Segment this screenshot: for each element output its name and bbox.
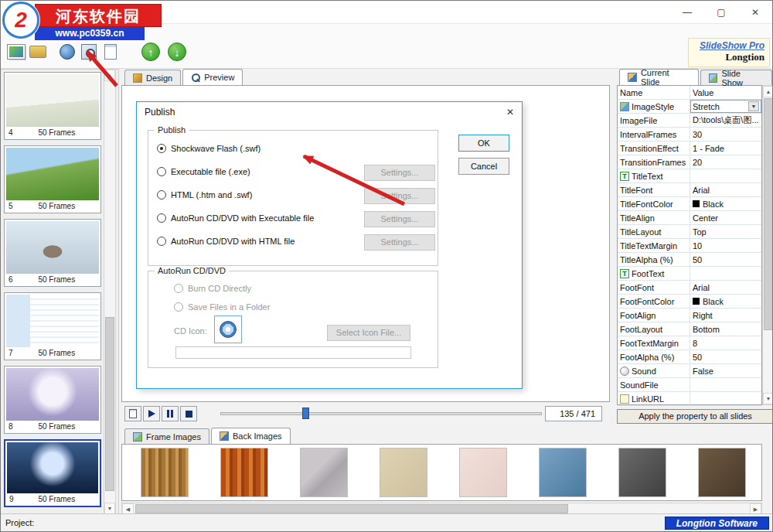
property-row[interactable]: FootAlignRight [618, 309, 761, 322]
document-button[interactable] [124, 406, 141, 421]
tab-slide-show[interactable]: Slide Show [700, 70, 772, 85]
property-row[interactable]: TitleAlpha (%)50 [618, 253, 761, 267]
texture-thumbnail[interactable] [220, 448, 268, 497]
tab-preview[interactable]: Preview [182, 69, 243, 85]
texture-image [221, 448, 267, 496]
radio-html[interactable]: HTML (.htm and .swf) [157, 190, 252, 200]
scrollbar-thumb[interactable] [105, 317, 114, 491]
frame-images-icon [133, 432, 142, 442]
property-row[interactable]: TitleFontArial [618, 183, 761, 197]
slides-scrollbar[interactable]: ▲ ▼ [104, 69, 116, 515]
text-icon: T [620, 269, 629, 278]
imagestyle-combobox[interactable]: Stretch▼ [690, 100, 761, 113]
property-row[interactable]: TitleLayoutTop [618, 225, 761, 239]
dropdown-arrow-icon[interactable]: ▼ [748, 101, 759, 111]
tab-back-images[interactable]: Back Images [211, 428, 291, 444]
radio-executable-file[interactable]: Executable file (.exe) [157, 167, 250, 176]
pause-button[interactable] [162, 406, 179, 421]
property-row[interactable]: TTitleText [618, 169, 761, 183]
cancel-button[interactable]: Cancel [458, 158, 509, 175]
texture-thumbnail[interactable] [141, 448, 189, 497]
scroll-up-icon[interactable]: ▲ [104, 70, 115, 81]
texture-thumbnail[interactable] [698, 448, 746, 497]
property-row[interactable]: FootTextMargin8 [618, 336, 761, 350]
scroll-right-icon[interactable]: ▶ [750, 503, 761, 514]
property-row[interactable]: FootFontArial [618, 281, 761, 295]
minimize-button[interactable]: — [670, 1, 704, 24]
property-row[interactable]: ImageFileD:\tools\桌面\图... [618, 114, 761, 128]
property-row[interactable]: SoundFile [618, 378, 761, 392]
design-icon [133, 73, 142, 83]
property-row[interactable]: TitleFontColorBlack [618, 197, 761, 211]
dialog-close-icon[interactable]: ✕ [503, 105, 517, 119]
slide-thumbnail-9[interactable]: 950 Frames [4, 439, 101, 507]
settings-button-exe[interactable]: Settings... [364, 165, 435, 181]
property-row[interactable]: IntervalFrames30 [618, 128, 761, 142]
slide-frames-label: 50 Frames [13, 275, 100, 285]
select-icon-file-button[interactable]: Select Icon File... [327, 325, 410, 341]
property-row[interactable]: TitleAlignCenter [618, 211, 761, 225]
stop-button[interactable] [180, 406, 197, 421]
property-row[interactable]: TitleTextMargin10 [618, 239, 761, 253]
slider-track[interactable] [220, 412, 542, 415]
texture-thumbnail[interactable] [459, 448, 507, 497]
settings-button-autorun-html[interactable]: Settings... [364, 234, 435, 251]
scroll-left-icon[interactable]: ◀ [122, 503, 134, 514]
radio-save-folder[interactable]: Save Files in a Folder [174, 302, 270, 312]
slide-thumbnail-5[interactable]: 550 Frames [4, 145, 101, 213]
texture-image [380, 448, 427, 496]
images-tabs: Frame Images Back Images [124, 428, 291, 444]
footer-brand: Longtion Software [665, 517, 769, 530]
tab-design[interactable]: Design [124, 70, 181, 85]
play-button[interactable] [143, 406, 160, 421]
property-row[interactable]: TFootText [618, 267, 761, 281]
settings-button-autorun-exe[interactable]: Settings... [364, 211, 435, 227]
property-row[interactable]: SoundFalse [618, 364, 761, 378]
texture-image [699, 448, 745, 496]
property-row[interactable]: FootAlpha (%)50 [618, 350, 761, 364]
maximize-button[interactable]: ▢ [704, 1, 738, 24]
ok-button[interactable]: OK [458, 135, 509, 152]
radio-autorun-html[interactable]: AutoRun CD/DVD with HTML file [157, 237, 295, 246]
texture-thumbnail[interactable] [300, 448, 348, 497]
apply-to-all-slides-button[interactable]: Apply the property to all slides [617, 409, 773, 424]
slider-thumb[interactable] [302, 408, 309, 419]
property-row[interactable]: LinkURL [618, 392, 761, 406]
link-icon [620, 394, 629, 404]
texture-thumbnail[interactable] [618, 448, 666, 497]
texture-thumbnail[interactable] [380, 448, 427, 497]
slide-thumbnail-7[interactable]: 750 Frames [4, 292, 101, 360]
scroll-up-icon[interactable]: ▲ [763, 86, 773, 97]
color-swatch [693, 298, 700, 305]
settings-button-html[interactable]: Settings... [364, 188, 435, 204]
scroll-down-icon[interactable]: ▼ [104, 503, 115, 514]
radio-shockwave-flash[interactable]: Shockwave Flash (.swf) [157, 144, 261, 153]
cd-disc-icon [220, 321, 237, 338]
property-tabs: Current Slide Slide Show [619, 69, 772, 85]
radio-autorun-executable[interactable]: AutoRun CD/DVD with Executable file [157, 213, 314, 223]
grid-scrollbar[interactable]: ▲ ▼ [762, 85, 773, 405]
property-row[interactable]: ImageStyle Stretch▼ [618, 100, 761, 114]
slide-image [6, 295, 99, 347]
slide-thumbnail-4[interactable]: 450 Frames [4, 72, 101, 140]
cd-icon-preview [214, 315, 242, 343]
tab-current-slide[interactable]: Current Slide [619, 69, 699, 85]
radio-burn-cd[interactable]: Burn CD Directly [174, 284, 251, 293]
scrollbar-thumb[interactable] [135, 504, 568, 513]
icon-file-input[interactable] [175, 346, 411, 359]
slide-thumbnail-8[interactable]: 850 Frames [4, 366, 101, 434]
scrollbar-thumb[interactable] [764, 98, 773, 330]
property-row[interactable]: TransitionEffect1 - Fade [618, 142, 761, 155]
window-controls: — ▢ ✕ [670, 1, 772, 24]
preview-slider[interactable] [220, 406, 542, 421]
property-row[interactable]: TransitionFrames20 [618, 155, 761, 169]
slide-thumbnail-6[interactable]: 650 Frames [4, 219, 101, 287]
close-button[interactable]: ✕ [738, 1, 772, 24]
property-row[interactable]: FootFontColorBlack [618, 295, 761, 309]
scroll-down-icon[interactable]: ▼ [763, 393, 773, 404]
tab-frame-images[interactable]: Frame Images [124, 428, 209, 444]
radio-icon [174, 284, 183, 293]
move-down-icon[interactable]: ↓ [166, 41, 188, 63]
property-row[interactable]: FootLayoutBottom [618, 322, 761, 336]
texture-thumbnail[interactable] [539, 448, 587, 497]
